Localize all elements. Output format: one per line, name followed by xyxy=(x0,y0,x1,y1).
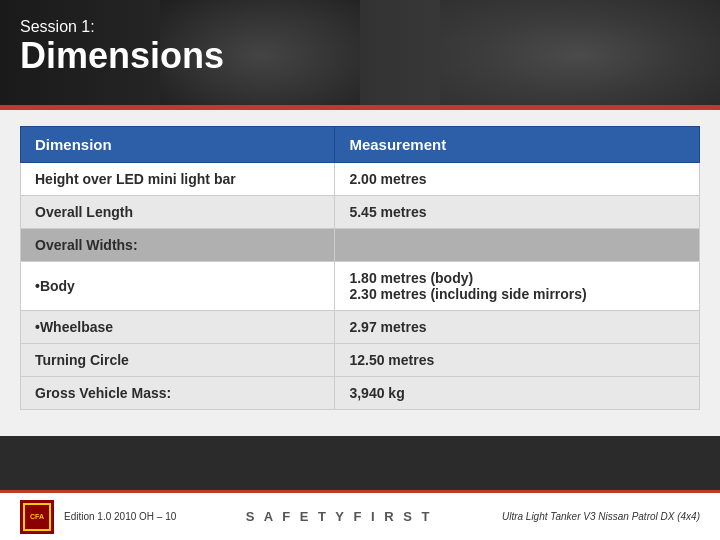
table-row: •Wheelbase2.97 metres xyxy=(21,311,700,344)
measurement-cell xyxy=(335,229,700,262)
cfa-logo: CFA xyxy=(20,500,54,534)
footer: CFA Edition 1.0 2010 OH – 10 S A F E T Y… xyxy=(0,490,720,540)
measurement-cell: 2.00 metres xyxy=(335,163,700,196)
dimension-cell: Gross Vehicle Mass: xyxy=(21,377,335,410)
table-row: Height over LED mini light bar2.00 metre… xyxy=(21,163,700,196)
header-content: Session 1: Dimensions xyxy=(0,0,720,94)
dimension-cell: Height over LED mini light bar xyxy=(21,163,335,196)
session-label: Session 1: xyxy=(20,18,700,36)
footer-copyright: Ultra Light Tanker V3 Nissan Patrol DX (… xyxy=(502,511,700,522)
dimension-cell: Overall Widths: xyxy=(21,229,335,262)
dimension-cell: •Wheelbase xyxy=(21,311,335,344)
footer-edition: Edition 1.0 2010 OH – 10 xyxy=(64,510,176,524)
col-dimension-header: Dimension xyxy=(21,127,335,163)
dimension-cell: •Body xyxy=(21,262,335,311)
dimension-cell: Overall Length xyxy=(21,196,335,229)
dimension-cell: Turning Circle xyxy=(21,344,335,377)
col-measurement-header: Measurement xyxy=(335,127,700,163)
header-accent-bar xyxy=(0,105,720,110)
cfa-logo-text: CFA xyxy=(30,513,44,520)
main-content: Dimension Measurement Height over LED mi… xyxy=(0,110,720,436)
measurement-cell: 2.97 metres xyxy=(335,311,700,344)
header: Session 1: Dimensions xyxy=(0,0,720,110)
cfa-logo-inner: CFA xyxy=(23,503,51,531)
dimensions-table: Dimension Measurement Height over LED mi… xyxy=(20,126,700,410)
measurement-cell: 12.50 metres xyxy=(335,344,700,377)
measurement-cell: 5.45 metres xyxy=(335,196,700,229)
table-row: Overall Widths: xyxy=(21,229,700,262)
footer-safety-text: S A F E T Y F I R S T xyxy=(246,509,433,524)
measurement-cell: 1.80 metres (body) 2.30 metres (includin… xyxy=(335,262,700,311)
table-row: •Body1.80 metres (body) 2.30 metres (inc… xyxy=(21,262,700,311)
footer-left: CFA Edition 1.0 2010 OH – 10 xyxy=(20,500,176,534)
table-header-row: Dimension Measurement xyxy=(21,127,700,163)
session-title: Dimensions xyxy=(20,36,700,76)
table-row: Overall Length5.45 metres xyxy=(21,196,700,229)
measurement-cell: 3,940 kg xyxy=(335,377,700,410)
table-row: Gross Vehicle Mass:3,940 kg xyxy=(21,377,700,410)
table-row: Turning Circle12.50 metres xyxy=(21,344,700,377)
